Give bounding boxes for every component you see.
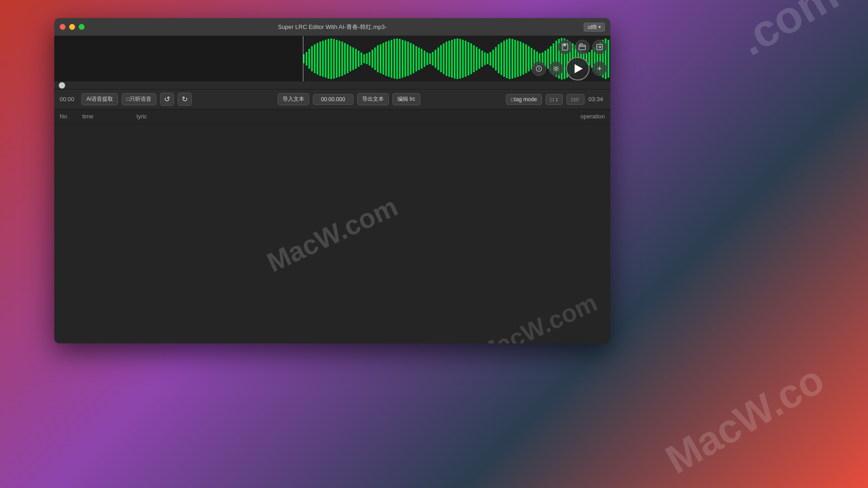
svg-rect-115 [579,45,585,50]
sort-button[interactable]: □ ↕ [546,94,563,105]
svg-rect-51 [443,43,445,74]
svg-rect-64 [479,49,481,69]
svg-rect-30 [385,42,387,76]
svg-rect-32 [391,40,392,78]
col-header-no: No [60,113,82,120]
svg-rect-39 [410,43,412,75]
svg-rect-55 [454,39,456,79]
only-audio-button[interactable]: □只听语音 [122,93,156,105]
svg-rect-111 [608,40,609,78]
svg-rect-61 [470,43,472,74]
svg-rect-34 [396,38,398,79]
export-icon-btn[interactable] [592,40,607,54]
settings-icon-btn[interactable] [549,61,563,76]
svg-rect-28 [380,44,382,73]
svg-rect-15 [344,43,346,75]
svg-rect-45 [426,52,428,65]
svg-rect-24 [369,52,371,66]
svg-rect-20 [358,51,359,67]
svg-rect-13 [339,41,340,77]
star-button[interactable]: □☆ [566,94,585,105]
lyrics-content-area: MacW.com MacW.com [54,124,610,343]
svg-rect-48 [434,50,436,68]
scrubber-handle[interactable] [59,82,65,89]
svg-rect-53 [448,41,450,77]
svg-rect-70 [495,47,497,70]
svg-rect-17 [349,46,351,71]
window-title: Super LRC Editor With AI-青春-韩红.mp3- [278,23,387,31]
svg-rect-47 [432,52,434,66]
waveform-left-empty [54,36,303,81]
tag-icon-btn[interactable] [532,61,546,76]
svg-rect-65 [481,51,483,67]
svg-rect-50 [440,45,442,72]
import-text-button[interactable]: 导入文本 [278,93,309,105]
svg-rect-69 [492,50,494,68]
open-icon-btn[interactable] [575,40,590,54]
column-headers: No time lyric operation [54,109,610,124]
encoding-selector[interactable]: utf8 ▾ [584,23,605,32]
svg-rect-12 [336,40,338,78]
bg-watermark-bottom: MacW.co [658,356,832,483]
svg-rect-9 [328,39,330,79]
edit-lrc-button[interactable]: 编辑 lrc [392,93,420,105]
svg-rect-75 [509,38,510,79]
play-icon [575,64,583,73]
svg-rect-56 [457,38,458,79]
svg-rect-114 [563,44,566,46]
svg-rect-27 [377,45,379,72]
ai-extract-button[interactable]: Ai语音提取 [81,93,118,105]
chevron-down-icon: ▾ [599,24,601,29]
undo-button[interactable]: ↺ [160,93,174,106]
svg-rect-78 [517,41,519,77]
svg-rect-37 [405,41,406,77]
svg-rect-26 [374,47,376,70]
svg-rect-80 [523,43,524,75]
svg-rect-58 [462,40,464,78]
svg-rect-1 [306,52,307,66]
tag-mode-button[interactable]: □tag mode [506,94,542,105]
svg-rect-38 [407,42,409,76]
svg-rect-62 [473,45,475,72]
svg-rect-21 [361,52,363,65]
svg-rect-57 [459,39,461,79]
svg-rect-79 [520,42,522,76]
svg-rect-5 [316,43,318,75]
svg-rect-8 [325,40,327,78]
svg-rect-19 [355,49,357,69]
col-header-lyric: lyric [137,113,580,120]
svg-rect-2 [308,49,310,69]
redo-button[interactable]: ↻ [178,93,192,106]
svg-rect-31 [388,41,390,77]
svg-rect-77 [514,40,516,78]
svg-rect-18 [352,47,354,70]
svg-point-118 [555,68,557,70]
export-text-button[interactable]: 导出文本 [357,93,389,105]
svg-rect-81 [525,44,527,73]
svg-rect-14 [341,42,343,76]
total-time-display: 03:34 [588,96,603,103]
maximize-button[interactable] [79,24,85,30]
svg-rect-10 [330,38,332,79]
waveform-area: + [54,36,610,81]
svg-rect-33 [393,39,395,79]
close-button[interactable] [60,24,66,30]
svg-rect-29 [382,43,384,75]
svg-rect-41 [415,46,417,71]
minimize-button[interactable] [69,24,75,30]
svg-rect-54 [451,40,453,78]
icon-row-top [558,40,607,54]
save-icon-btn[interactable] [558,40,572,54]
svg-rect-40 [413,44,415,73]
svg-rect-74 [506,39,508,78]
add-button[interactable]: + [592,61,607,76]
play-button[interactable] [566,57,590,80]
scrubber-bar[interactable] [54,81,610,89]
waveform-display[interactable]: + [303,36,610,81]
svg-rect-7 [322,41,324,77]
waveform-controls: + [532,40,607,80]
bg-watermark-top: .com [729,0,847,66]
current-time-display: 00:00 [60,96,78,103]
svg-rect-43 [421,49,423,69]
col-header-operation: operation [580,113,605,120]
